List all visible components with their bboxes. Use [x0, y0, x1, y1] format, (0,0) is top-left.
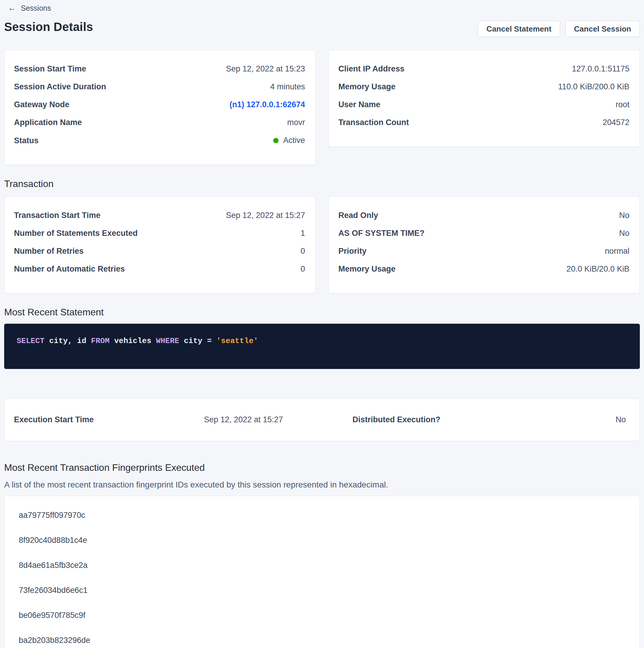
gateway-node-label: Gateway Node — [14, 99, 69, 110]
transaction-count-row: Transaction Count 204572 — [338, 117, 630, 128]
sql-identifier: vehicles — [110, 336, 156, 345]
session-active-duration-row: Session Active Duration 4 minutes — [14, 81, 305, 92]
read-only-label: Read Only — [338, 210, 378, 221]
gateway-node-link[interactable]: (n1) 127.0.0.1:62674 — [229, 99, 305, 110]
transaction-start-time-row: Transaction Start Time Sep 12, 2022 at 1… — [14, 210, 305, 221]
cancel-session-button[interactable]: Cancel Session — [566, 21, 640, 37]
fingerprint-list-item: 8f920c40d88b1c4e — [19, 535, 625, 546]
txn-memory-usage-label: Memory Usage — [338, 264, 396, 275]
session-start-time-label: Session Start Time — [14, 63, 86, 74]
as-of-system-time-row: AS OF SYSTEM TIME? No — [338, 228, 630, 239]
txn-memory-usage-value: 20.0 KiB/20.0 KiB — [566, 264, 630, 275]
transaction-start-time-label: Transaction Start Time — [14, 210, 101, 221]
execution-details-card: Execution Start Time Sep 12, 2022 at 15:… — [4, 399, 640, 441]
read-only-row: Read Only No — [338, 210, 630, 221]
gateway-node-row: Gateway Node (n1) 127.0.0.1:62674 — [14, 99, 305, 110]
fingerprint-list-item: 8d4ae61a5fb3ce2a — [19, 560, 625, 571]
arrow-left-icon: ← — [8, 4, 16, 12]
sql-string-literal: 'seattle' — [216, 336, 258, 345]
fingerprint-list-item: ba2b203b823296de — [19, 635, 625, 646]
sql-identifier: city = — [179, 336, 216, 345]
client-ip-value: 127.0.0.1:51175 — [572, 63, 630, 74]
automatic-retries-label: Number of Automatic Retries — [14, 264, 125, 275]
session-active-duration-label: Session Active Duration — [14, 81, 106, 92]
fingerprint-list-item: be06e9570f785c9f — [19, 610, 625, 620]
header-actions: Cancel Statement Cancel Session — [478, 19, 640, 37]
transaction-start-time-value: Sep 12, 2022 at 15:27 — [226, 210, 305, 221]
status-text: Active — [283, 135, 305, 146]
automatic-retries-value: 0 — [301, 264, 305, 275]
as-of-system-time-label: AS OF SYSTEM TIME? — [338, 228, 425, 239]
fingerprints-section-heading: Most Recent Transaction Fingerprints Exe… — [4, 461, 640, 474]
application-name-value: movr — [287, 117, 305, 128]
status-dot-icon — [273, 138, 279, 143]
transaction-info-card: Transaction Start Time Sep 12, 2022 at 1… — [4, 197, 315, 293]
retries-value: 0 — [301, 246, 305, 257]
session-memory-usage-row: Memory Usage 110.0 KiB/200.0 KiB — [338, 81, 630, 92]
sql-statement-code-block: SELECT city, id FROM vehicles WHERE city… — [4, 324, 640, 369]
session-memory-usage-label: Memory Usage — [338, 81, 396, 92]
read-only-value: No — [619, 210, 630, 221]
statements-executed-value: 1 — [301, 228, 305, 239]
transaction-props-card: Read Only No AS OF SYSTEM TIME? No Prior… — [329, 197, 640, 293]
status-row: Status Active — [14, 135, 305, 146]
retries-row: Number of Retries 0 — [14, 246, 305, 257]
as-of-system-time-value: No — [619, 228, 630, 239]
user-name-value: root — [616, 99, 630, 110]
transaction-grid: Transaction Start Time Sep 12, 2022 at 1… — [4, 197, 640, 293]
fingerprints-list-card: aa79775ff097970c 8f920c40d88b1c4e 8d4ae6… — [4, 496, 640, 648]
statement-section-heading: Most Recent Statement — [4, 306, 640, 318]
user-name-row: User Name root — [338, 99, 630, 110]
txn-memory-usage-row: Memory Usage 20.0 KiB/20.0 KiB — [338, 264, 630, 275]
execution-start-time-value: Sep 12, 2022 at 15:27 — [167, 415, 320, 424]
transaction-section-heading: Transaction — [4, 177, 640, 190]
session-summary-grid: Session Start Time Sep 12, 2022 at 15:23… — [4, 50, 640, 165]
statements-executed-row: Number of Statements Executed 1 — [14, 228, 305, 239]
transaction-count-value: 204572 — [603, 117, 630, 128]
page-header: Session Details Cancel Statement Cancel … — [4, 19, 640, 37]
retries-label: Number of Retries — [14, 246, 83, 257]
session-details-page: ← Sessions Session Details Cancel Statem… — [0, 0, 644, 648]
automatic-retries-row: Number of Automatic Retries 0 — [14, 264, 305, 275]
transaction-count-label: Transaction Count — [338, 117, 409, 128]
user-name-label: User Name — [338, 99, 380, 110]
execution-start-time-label: Execution Start Time — [14, 415, 167, 424]
sql-keyword: SELECT — [17, 336, 45, 345]
fingerprint-list-item: 73fe26034bd6e6c1 — [19, 585, 625, 596]
sql-keyword: WHERE — [156, 336, 179, 345]
fingerprints-description: A list of the most recent transaction fi… — [4, 479, 640, 490]
client-ip-row: Client IP Address 127.0.0.1:51175 — [338, 63, 630, 74]
client-ip-label: Client IP Address — [338, 63, 404, 74]
status-badge: Active — [273, 135, 305, 146]
page-title: Session Details — [4, 19, 93, 35]
sql-keyword: FROM — [91, 336, 110, 345]
session-memory-usage-value: 110.0 KiB/200.0 KiB — [558, 81, 630, 92]
session-start-time-value: Sep 12, 2022 at 15:23 — [226, 63, 305, 74]
priority-row: Priority normal — [338, 246, 630, 257]
session-info-card: Session Start Time Sep 12, 2022 at 15:23… — [4, 50, 315, 165]
application-name-label: Application Name — [14, 117, 82, 128]
breadcrumb-label: Sessions — [21, 3, 51, 13]
session-start-time-row: Session Start Time Sep 12, 2022 at 15:23 — [14, 63, 305, 74]
statements-executed-label: Number of Statements Executed — [14, 228, 138, 239]
status-label: Status — [14, 135, 39, 146]
priority-value: normal — [605, 246, 630, 257]
client-info-card: Client IP Address 127.0.0.1:51175 Memory… — [329, 50, 640, 147]
sql-identifier: city, id — [45, 336, 91, 345]
distributed-execution-label: Distributed Execution? — [320, 415, 473, 424]
distributed-execution-value: No — [473, 415, 626, 424]
breadcrumb-back-sessions[interactable]: ← Sessions — [8, 3, 51, 13]
session-active-duration-value: 4 minutes — [270, 81, 305, 92]
cancel-statement-button[interactable]: Cancel Statement — [478, 21, 560, 37]
fingerprint-list-item: aa79775ff097970c — [19, 510, 625, 521]
priority-label: Priority — [338, 246, 367, 257]
application-name-row: Application Name movr — [14, 117, 305, 128]
